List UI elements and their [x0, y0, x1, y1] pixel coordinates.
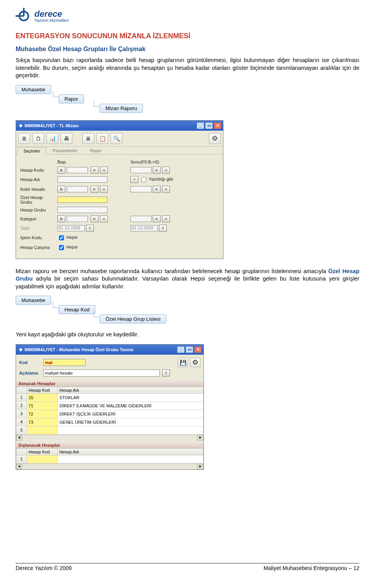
- table-row[interactable]: 115STOKLAR: [16, 393, 204, 401]
- toolbar-btn-7[interactable]: 🔍: [111, 133, 122, 144]
- picker-t1[interactable]: T: [86, 225, 94, 232]
- minimize-button-2[interactable]: _: [177, 346, 185, 353]
- toolbar-btn-4[interactable]: 🖶: [61, 133, 72, 144]
- picker-a[interactable]: A: [100, 167, 108, 174]
- tab-parametreler[interactable]: Parametreler: [47, 147, 84, 154]
- hesap-kodu-sonu-input[interactable]: [130, 167, 152, 173]
- islem-hepsi-label: Hepsi: [66, 235, 77, 240]
- paragraph-1: Sıkça başvurulan bazı raporlarda sadece …: [16, 57, 359, 80]
- col-header-basi: Başı: [57, 159, 130, 165]
- kod-label: Kod: [19, 360, 41, 365]
- help-button[interactable]: ?: [130, 176, 138, 183]
- grid-col-adi-b: Hesap Adı: [58, 448, 204, 455]
- breadcrumb-2: Muhasebe Hesap Kod Özel Hesap Grup Liste…: [16, 296, 359, 324]
- toolbar-exit-button[interactable]: ⭙: [209, 133, 221, 144]
- toolbar-btn-6[interactable]: 📋: [96, 133, 108, 144]
- kategori-sonu-input[interactable]: [130, 216, 152, 222]
- mizan-titlebar: ◆ MM09MALIYET - TL Mizanı _ ▭ ✕: [16, 121, 223, 131]
- table-row[interactable]: 271DİREKT İLKMADDE VE MALZEME GİDERLERİ: [16, 401, 204, 410]
- paragraph-3: Yeni kayıt aşağıdaki gibi oluşturulur ve…: [16, 331, 359, 339]
- bc2-a: Muhasebe: [16, 296, 51, 305]
- kebir-sonu-input[interactable]: [130, 186, 152, 192]
- picker-b[interactable]: B: [57, 167, 65, 174]
- picker-k2[interactable]: K: [153, 167, 161, 174]
- picker-a4[interactable]: A: [162, 186, 170, 193]
- toolbar-btn-1[interactable]: 🗎: [18, 133, 30, 144]
- help-button-2[interactable]: ?: [162, 369, 170, 377]
- lbl-kategori: Kategori: [20, 215, 57, 223]
- picker-t2[interactable]: T: [159, 225, 167, 232]
- yazildigi-label: Yazıldığı gibi: [149, 177, 173, 181]
- close-button[interactable]: ✕: [214, 122, 221, 129]
- bc2-c: Özel Hesap Grup Listesi: [100, 314, 166, 323]
- mizan-title: MM09MALIYET - TL Mizanı: [25, 123, 79, 128]
- tab-secimler[interactable]: Seçimler: [18, 147, 46, 155]
- kebir-basi-input[interactable]: [67, 186, 88, 192]
- lbl-hesap-adi: Hesap Adı: [20, 176, 57, 184]
- maximize-button[interactable]: ▭: [205, 122, 213, 129]
- islem-kodu-hepsi-checkbox[interactable]: [59, 235, 64, 240]
- lbl-ozel-grup: Özel Hesap Grubu: [20, 195, 57, 205]
- hesap-calisma-hepsi-checkbox[interactable]: [59, 245, 64, 250]
- toolbar-btn-3[interactable]: 📊: [46, 133, 58, 144]
- bc1-b: Rapor: [59, 94, 84, 103]
- grid-col-kod-b: Hesap Kod: [27, 448, 58, 455]
- grid-col-adi: Hesap Adı: [58, 387, 204, 393]
- picker-a5[interactable]: A: [100, 215, 108, 222]
- lbl-hesap-grubu: Hesap Grubu: [20, 206, 57, 213]
- picker-k3[interactable]: K: [91, 186, 98, 193]
- picker-k6[interactable]: K: [153, 215, 161, 222]
- hesap-kodu-basi-input[interactable]: [67, 167, 88, 173]
- hesap-adi-input[interactable]: [57, 176, 107, 183]
- mizan-window: ◆ MM09MALIYET - TL Mizanı _ ▭ ✕ 🗎 🗋 📊 🖶 …: [16, 120, 223, 259]
- bc1-c: Mizan Raporu: [100, 104, 143, 113]
- table-row[interactable]: 473GENEL ÜRETİM GİDERLERİ: [16, 418, 204, 426]
- picker-a2[interactable]: A: [162, 167, 170, 174]
- kod-input[interactable]: [43, 359, 86, 366]
- footer-left: Derece Yazılım © 2009: [16, 565, 72, 571]
- save-button[interactable]: 💾: [178, 358, 188, 367]
- exit-button-2[interactable]: ⭙: [190, 358, 200, 367]
- table-row[interactable]: 372DİREKT İŞÇİLİK GİDERLERİ: [16, 410, 204, 418]
- page-footer: Derece Yazılım © 2009 Maliyet Muhasebesi…: [16, 563, 359, 571]
- grup-titlebar: ◆ MM09MALIYET - Muhasebe Hesap Özel Grub…: [16, 345, 204, 355]
- picker-k5[interactable]: K: [91, 215, 98, 222]
- tarih-sonu-input[interactable]: 01.10.2009: [130, 225, 158, 231]
- picker-k4[interactable]: K: [153, 186, 161, 193]
- kategori-basi-input[interactable]: [67, 216, 88, 222]
- aciklama-label: Açıklama: [19, 371, 41, 375]
- lbl-kebir: Kebir Hesabı: [20, 185, 57, 193]
- maximize-button-2[interactable]: ▭: [186, 346, 193, 353]
- scrollbar-b[interactable]: ◄►: [16, 464, 204, 469]
- close-button-2[interactable]: ✕: [194, 346, 202, 353]
- mizan-toolbar: 🗎 🗋 📊 🖶 🖥 📋 🔍 ⭙: [16, 131, 223, 147]
- calisma-hepsi-label: Hepsi: [66, 245, 77, 249]
- table-row[interactable]: 5: [16, 426, 204, 434]
- bc2-b: Hesap Kod: [59, 305, 95, 314]
- picker-k[interactable]: K: [91, 167, 98, 174]
- company-logo: derece Yazılım Hizmetleri: [16, 8, 359, 24]
- tab-rapor[interactable]: Rapor: [84, 147, 107, 154]
- logo-mark-icon: [16, 8, 32, 24]
- scrollbar-a[interactable]: ◄►: [16, 435, 204, 441]
- dislanacak-grid: Hesap Kod Hesap Adı 1: [16, 448, 204, 464]
- toolbar-btn-2[interactable]: 🗋: [32, 133, 44, 144]
- minimize-button[interactable]: _: [196, 122, 204, 129]
- picker-b3[interactable]: B: [57, 215, 65, 222]
- table-row[interactable]: 1: [16, 455, 204, 463]
- logo-brand: derece: [34, 10, 69, 18]
- toolbar-btn-5[interactable]: 🖥: [82, 133, 94, 144]
- aciklama-input[interactable]: [43, 369, 160, 377]
- yazildigi-checkbox[interactable]: [141, 177, 146, 182]
- tarih-basi-input[interactable]: 01.10.2009: [57, 225, 85, 231]
- page-title: ENTEGRASYON SONUCUNUN MİZANLA İZLENMESİ: [16, 32, 359, 40]
- picker-a3[interactable]: A: [100, 186, 108, 193]
- picker-a6[interactable]: A: [162, 215, 170, 222]
- grup-title: MM09MALIYET - Muhasebe Hesap Özel Grubu …: [25, 347, 134, 352]
- paragraph-2: Mizan raporu ve benzeri muhasebe raporla…: [16, 268, 359, 291]
- picker-b2[interactable]: B: [57, 186, 65, 193]
- grid-col-kod: Hesap Kod: [27, 387, 58, 393]
- logo-tagline: Yazılım Hizmetleri: [34, 18, 69, 23]
- ozel-hesap-grubu-select[interactable]: [57, 197, 107, 203]
- hesap-grubu-input[interactable]: [57, 207, 107, 213]
